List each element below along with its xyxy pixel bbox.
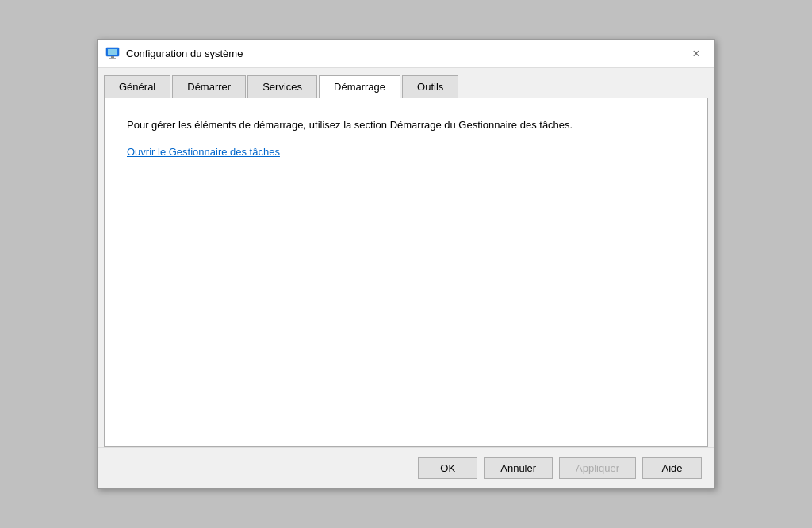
title-bar-left: Configuration du système [105,47,243,61]
tab-services[interactable]: Services [247,75,317,98]
tab-general[interactable]: Général [104,75,170,98]
window-icon [105,47,120,61]
description-text: Pour gérer les éléments de démarrage, ut… [127,117,685,133]
svg-rect-3 [109,58,116,59]
content-area: Pour gérer les éléments de démarrage, ut… [104,98,708,447]
help-button[interactable]: Aide [642,457,702,479]
task-manager-link[interactable]: Ouvrir le Gestionnaire des tâches [127,146,280,158]
tabs-bar: Général Démarrer Services Démarrage Outi… [98,68,714,98]
bottom-bar: OK Annuler Appliquer Aide [98,447,714,488]
cancel-button[interactable]: Annuler [484,457,553,479]
ok-button[interactable]: OK [418,457,477,479]
tab-outils[interactable]: Outils [402,75,458,98]
title-bar: Configuration du système × [98,40,714,68]
svg-rect-1 [108,49,117,55]
apply-button[interactable]: Appliquer [559,457,636,479]
main-window: Configuration du système × Général Démar… [97,39,715,489]
tab-demarrer[interactable]: Démarrer [172,75,246,98]
window-title: Configuration du système [126,48,243,59]
close-button[interactable]: × [686,44,707,64]
svg-rect-2 [111,56,114,58]
tab-demarrage[interactable]: Démarrage [319,75,400,98]
